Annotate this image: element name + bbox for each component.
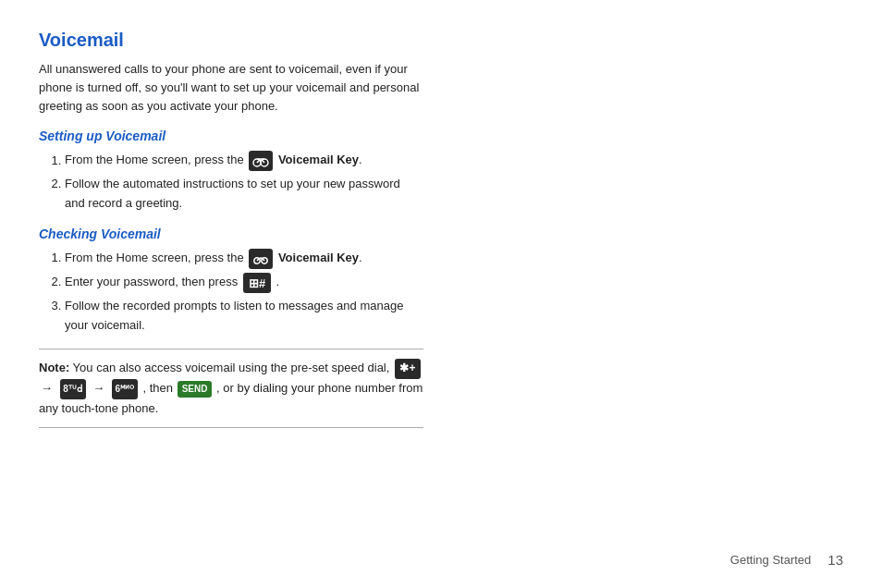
svg-text:⊞#: ⊞# — [249, 276, 266, 290]
hash-key-icon: ⊞# — [243, 273, 271, 293]
step-2-1: From the Home screen, press the Voicemai… — [65, 249, 423, 269]
voicemail-key-icon-2 — [249, 249, 273, 269]
note-label: Note: — [39, 361, 69, 374]
star-key: ✱+ — [395, 359, 421, 379]
send-key: SEND — [178, 381, 213, 398]
footer: Getting Started 13 — [730, 552, 843, 568]
page-title: Voicemail — [39, 30, 423, 51]
6mno-key: 6ᴹᴻᴼ — [112, 379, 138, 399]
voicemail-key-icon-1 — [249, 151, 273, 171]
step-2-3: Follow the recorded prompts to listen to… — [65, 297, 423, 336]
footer-page-number: 13 — [827, 552, 843, 568]
page-content: Voicemail All unanswered calls to your p… — [0, 0, 462, 458]
8tuv-key: 8ᵀᵁ𝖽 — [60, 379, 86, 399]
section2-title: Checking Voicemail — [39, 227, 423, 241]
step-1-2: Follow the automated instructions to set… — [65, 175, 423, 214]
intro-paragraph: All unanswered calls to your phone are s… — [39, 60, 423, 116]
voicemail-key-label-1: Voicemail Key — [278, 153, 359, 167]
section1-title: Setting up Voicemail — [39, 129, 423, 143]
section1-steps: From the Home screen, press the Voicemai… — [65, 151, 423, 214]
footer-section-label: Getting Started — [730, 553, 811, 567]
note-section: Note: You can also access voicemail usin… — [39, 349, 423, 429]
arrow-2: → — [92, 379, 104, 398]
section2-steps: From the Home screen, press the Voicemai… — [65, 249, 423, 336]
step-1-1: From the Home screen, press the Voicemai… — [65, 151, 423, 171]
arrow-1: → — [41, 379, 53, 398]
voicemail-key-label-2: Voicemail Key — [278, 251, 359, 264]
step-2-2: Enter your password, then press ⊞# . — [65, 273, 423, 293]
